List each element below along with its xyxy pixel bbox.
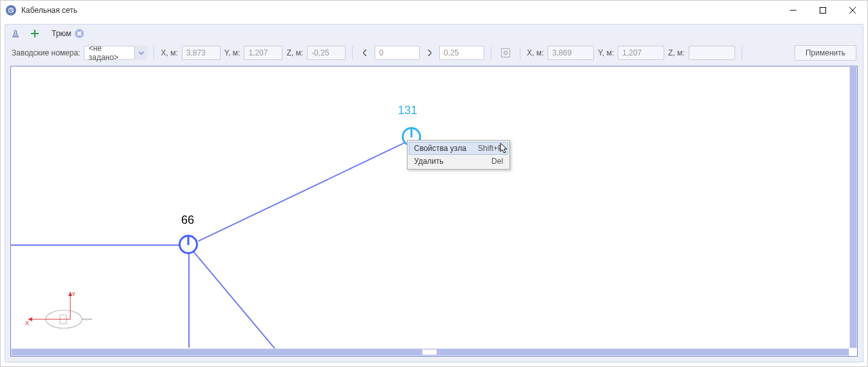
cursor-icon: [500, 143, 509, 156]
node-131-label: 131: [398, 104, 417, 117]
diagram-canvas[interactable]: 66 131 Свойства узла Shift+P Удалить Del: [11, 66, 849, 348]
separator: [742, 46, 742, 59]
maximize-button[interactable]: [808, 1, 838, 20]
prev-arrow-icon[interactable]: [359, 46, 371, 60]
svg-point-3: [504, 52, 508, 55]
node-66-label: 66: [181, 213, 194, 227]
separator: [352, 46, 353, 59]
add-tab-button[interactable]: [28, 27, 41, 40]
cm-label: Удалить: [414, 157, 444, 166]
tab-hold[interactable]: Трюм: [48, 27, 88, 40]
serial-select[interactable]: <не задано>: [84, 46, 147, 60]
z2-input[interactable]: [689, 46, 735, 60]
edge: [11, 244, 188, 246]
fit-view-icon[interactable]: [498, 45, 513, 61]
chevron-down-icon[interactable]: [134, 46, 147, 60]
tab-strip: Трюм: [5, 25, 863, 43]
svg-rect-1: [820, 8, 826, 14]
edge: [198, 135, 420, 241]
separator: [520, 46, 520, 59]
y1-label: Y, м:: [224, 48, 241, 57]
spin-right-input[interactable]: [439, 46, 484, 60]
next-arrow-icon[interactable]: [424, 46, 435, 60]
serial-label: Заводские номера:: [12, 48, 80, 57]
window-title: Кабельная сеть: [21, 6, 778, 15]
minimize-button[interactable]: [778, 1, 808, 20]
separator: [491, 46, 491, 59]
tab-close-icon[interactable]: [75, 29, 84, 38]
x2-input[interactable]: [547, 46, 594, 60]
vertical-scrollbar[interactable]: [849, 66, 857, 348]
stamp-tool-icon[interactable]: [9, 27, 22, 40]
x1-input[interactable]: [182, 46, 221, 60]
apply-button[interactable]: Применить: [794, 45, 856, 61]
x2-label: X, м:: [527, 48, 544, 57]
separator: [153, 46, 154, 59]
y1-input[interactable]: [244, 46, 282, 60]
node-marker: [411, 128, 413, 137]
node-marker: [188, 235, 190, 245]
window-controls: [778, 1, 867, 20]
cm-label: Свойства узла: [414, 144, 466, 153]
context-menu-item-properties[interactable]: Свойства узла Shift+P: [409, 142, 508, 155]
context-menu-item-delete[interactable]: Удалить Del: [409, 155, 508, 168]
y2-label: Y, м:: [598, 48, 614, 57]
context-menu: Свойства узла Shift+P Удалить Del: [407, 140, 510, 170]
spin-left-input[interactable]: [375, 46, 420, 60]
axis-legend: Y X: [20, 290, 97, 335]
z1-label: Z, м:: [286, 48, 303, 57]
edge: [187, 244, 279, 348]
x1-label: X, м:: [161, 48, 177, 57]
app-window: Кабельная сеть Трюм Заводские номера: <н…: [0, 0, 868, 367]
edge: [188, 244, 190, 348]
cm-shortcut: Del: [491, 157, 503, 166]
toolbar: Заводские номера: <не задано> X, м: Y, м…: [5, 43, 863, 63]
node-66[interactable]: [179, 235, 198, 254]
title-bar: Кабельная сеть: [1, 1, 867, 20]
close-button[interactable]: [838, 1, 867, 20]
z1-input[interactable]: [307, 46, 346, 60]
svg-rect-2: [502, 49, 510, 57]
app-icon: [6, 5, 16, 15]
y2-input[interactable]: [618, 46, 664, 60]
horizontal-scrollbar[interactable]: [11, 348, 849, 356]
z2-label: Z, м:: [668, 48, 685, 57]
tab-label: Трюм: [52, 29, 71, 38]
svg-text:Y: Y: [72, 291, 75, 297]
canvas-container: 66 131 Свойства узла Shift+P Удалить Del: [10, 66, 858, 357]
svg-text:X: X: [25, 320, 29, 326]
content-panel: Трюм Заводские номера: <не задано> X, м:…: [5, 24, 863, 362]
